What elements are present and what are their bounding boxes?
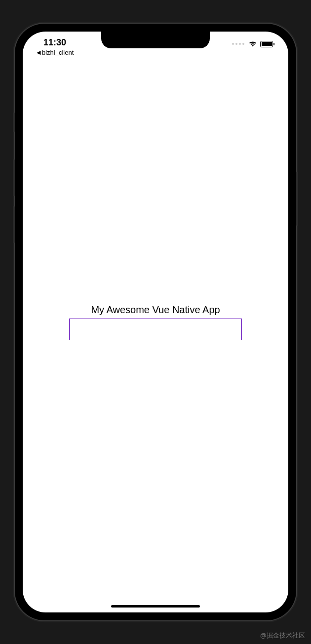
volume-up-button [13,159,15,196]
recording-indicator-icon [232,43,244,45]
app-content-area: My Awesome Vue Native App [23,32,288,612]
status-bar-left: 11:30 ◀ bizhi_client [37,37,74,56]
volume-down-button [13,206,15,243]
home-indicator[interactable] [111,605,200,608]
text-input[interactable] [69,319,242,340]
phone-screen: 11:30 ◀ bizhi_client [23,32,288,612]
iphone-frame: 11:30 ◀ bizhi_client [15,24,296,620]
back-app-label: bizhi_client [42,49,74,56]
silent-switch [13,112,15,132]
status-time: 11:30 [37,37,66,48]
wifi-icon [248,40,257,47]
back-arrow-icon: ◀ [37,49,40,56]
app-title: My Awesome Vue Native App [91,304,220,316]
watermark-text: @掘金技术社区 [260,631,305,640]
status-bar-right [232,37,274,47]
notch [101,32,210,48]
back-to-app-button[interactable]: ◀ bizhi_client [37,49,74,56]
power-button [296,172,298,226]
battery-icon [260,41,274,47]
